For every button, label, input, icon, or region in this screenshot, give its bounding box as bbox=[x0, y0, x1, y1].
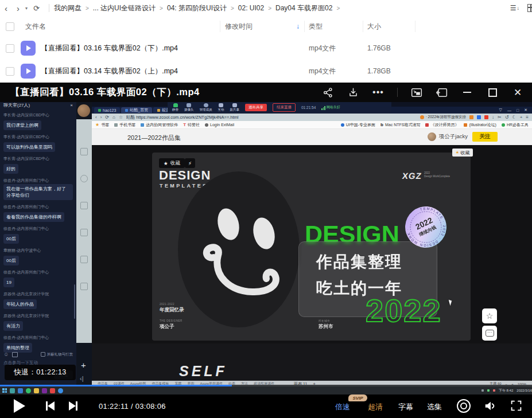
row-checkbox[interactable] bbox=[6, 44, 14, 53]
column-type[interactable]: 类型 bbox=[309, 22, 323, 32]
bookmark-item: Mac NTFS格式读写 bbox=[385, 122, 420, 128]
taskbar-app-icon bbox=[26, 388, 31, 393]
chat-message: 李长青-达内深圳CBD中心我们课堂上的啊 bbox=[3, 112, 73, 130]
poster-meta: 2021-2022年度回忆录 bbox=[160, 303, 184, 314]
bookmark-favicon bbox=[114, 123, 118, 127]
column-size[interactable]: 大小 bbox=[367, 22, 381, 32]
signal-icon bbox=[321, 106, 325, 110]
table-row[interactable]: 【直播回看】03.14 车载界面02（上）.mp4 mp4文件 1.78GB bbox=[0, 60, 532, 83]
browser-refresh-icon: ⟳ bbox=[105, 115, 109, 120]
star-icon bbox=[80, 175, 88, 182]
top-toolbar: ‹ › ▾ ⟳ 我的网盘 > ... 达内UI全链路设计 > 04: 第四阶段U… bbox=[0, 0, 532, 17]
download-icon[interactable] bbox=[347, 87, 359, 98]
xgz-logo: XGZ bbox=[402, 171, 422, 181]
chat-message: 原器侠-达内北京设计学院年轻人的作品 bbox=[3, 291, 73, 309]
share-screen-icon bbox=[232, 103, 237, 107]
poster-meta: 所在城市苏州市 bbox=[319, 319, 333, 330]
holo-badge: TEMPLATE · 2022 · DESIGN WORK · 2022 继续向… bbox=[404, 205, 448, 249]
comment-bubble-icon: ⋯ bbox=[486, 330, 494, 337]
browser-minimize-icon: — bbox=[507, 108, 511, 112]
chat-message: 徐盈丹-达内苏州南门中心看看我的作品集做的咋样啊 bbox=[3, 204, 73, 222]
next-button[interactable] bbox=[69, 401, 77, 411]
refresh-icon[interactable]: ⟳ bbox=[29, 5, 44, 12]
mute-button: 静音 bbox=[172, 103, 178, 112]
column-divider bbox=[220, 21, 220, 32]
player-controls: 01:22:11 / 03:08:06 SVIP 倍速 超清 字幕 选集 bbox=[0, 394, 532, 418]
bookmark-item: Login ExtMail bbox=[210, 123, 234, 127]
quality-button[interactable]: 超清 bbox=[368, 402, 383, 412]
bookmark-item: 达内协同管理软件 bbox=[146, 122, 178, 128]
sort-icon[interactable]: ☰↓ bbox=[510, 4, 519, 12]
forward-icon[interactable]: › bbox=[12, 4, 24, 13]
camera-button: 摄像头 bbox=[184, 103, 194, 112]
night-mode-icon: ☾ bbox=[512, 115, 516, 120]
tray-icon bbox=[487, 389, 490, 392]
select-all-checkbox[interactable] bbox=[6, 22, 14, 31]
taskbar-app-icon bbox=[50, 388, 55, 393]
column-name[interactable]: 文件名 bbox=[25, 22, 46, 32]
minimize-icon[interactable] bbox=[461, 87, 473, 98]
zcool-page-header: 2021—2022作品集 项公子jacky 关注 bbox=[92, 129, 532, 145]
play-button[interactable] bbox=[14, 399, 25, 413]
recorded-side-strip bbox=[76, 101, 92, 386]
seekbar-fill bbox=[0, 385, 232, 386]
record-icon[interactable] bbox=[457, 399, 471, 413]
browser-close-icon: ✕ bbox=[524, 108, 527, 112]
file-name[interactable]: 【直播回看】03.14 车载界面02（上）.mp4 bbox=[41, 67, 178, 76]
fullscreen-icon[interactable] bbox=[510, 400, 522, 414]
picture-in-picture-icon[interactable] bbox=[410, 87, 423, 98]
view-grid-icon[interactable] bbox=[527, 4, 532, 12]
browser-navbar: ‹ › ⟳ ⌂ ☆ 站酷 https://www.zcool.com.cn/wo… bbox=[92, 114, 532, 121]
breadcrumb-item[interactable]: Day04 车载界面02 bbox=[275, 3, 332, 13]
row-checkbox[interactable] bbox=[6, 67, 14, 76]
divider bbox=[397, 88, 398, 97]
chat-message-list: 李长青-达内深圳CBD中心我们课堂上的啊 李长青-达内深圳CBD中心可以放到作品… bbox=[0, 109, 76, 353]
cart-icon bbox=[80, 148, 88, 155]
sort-desc-icon[interactable]: ↓ bbox=[296, 22, 300, 30]
breadcrumb-item[interactable]: 02: UI02 bbox=[238, 4, 264, 12]
breadcrumb-item[interactable]: 04: 第四阶段UI设计 bbox=[167, 3, 227, 13]
block-gifts-checkbox bbox=[41, 352, 45, 357]
subtitle-button[interactable]: 字幕 bbox=[398, 402, 413, 412]
previous-button[interactable] bbox=[46, 401, 55, 411]
network-status: 网络良好 bbox=[321, 105, 340, 110]
bookmarks-bar: ★书签 手机书签 达内协同管理软件 T特赞社 Login ExtMail UI中… bbox=[92, 121, 532, 129]
bookmark-favicon bbox=[464, 123, 467, 127]
poster-zone: ★收藏 ⚡ DESIGN TEMPLATES DESIGN 作品集整理 吃土的一… bbox=[92, 145, 532, 343]
video-file-icon bbox=[21, 41, 36, 56]
breadcrumb-item[interactable]: ... 达内UI全链路设计 bbox=[93, 3, 156, 13]
grid-tool-icon bbox=[80, 283, 88, 290]
bookmark-favicon bbox=[425, 123, 429, 127]
seek-toast: 快退：01:22:13 bbox=[5, 365, 76, 380]
chat-message: 李长青-达内深圳CBD中心好的 bbox=[3, 156, 73, 174]
suggest-icon bbox=[420, 115, 424, 119]
volume-icon[interactable] bbox=[484, 400, 496, 415]
bookmark-item: 手机书签 bbox=[119, 122, 135, 128]
close-icon[interactable]: ✕ bbox=[511, 87, 524, 98]
breadcrumb-item[interactable]: 我的网盘 bbox=[54, 3, 81, 13]
bookmark-star-icon: ☆ bbox=[119, 115, 123, 120]
speed-button[interactable]: 倍速 bbox=[335, 402, 350, 412]
file-name[interactable]: 【直播回看】03.16 车载界面02（下）.mp4 bbox=[41, 44, 178, 53]
table-row[interactable]: 【直播回看】03.16 车载界面02（下）.mp4 mp4文件 1.76GB bbox=[0, 37, 532, 60]
episodes-button[interactable]: 选集 bbox=[427, 402, 442, 412]
back-icon[interactable]: ‹ bbox=[0, 4, 12, 13]
more-icon[interactable]: ••• bbox=[372, 87, 385, 98]
bookmark-item: (Illustrator论坛) bbox=[469, 122, 496, 128]
extension-icon bbox=[477, 115, 481, 119]
download-tool-icon: ↓ bbox=[492, 115, 494, 120]
browser-tab: 站酷_首页 bbox=[130, 107, 148, 113]
browser-back-icon: ‹ bbox=[95, 115, 97, 120]
seekbar[interactable] bbox=[0, 385, 532, 386]
maximize-icon[interactable] bbox=[486, 87, 499, 98]
breadcrumb-sep: > bbox=[160, 5, 163, 11]
column-modified[interactable]: 修改时间 bbox=[225, 22, 253, 32]
author-avatar bbox=[428, 132, 436, 141]
taskbar-app-icon bbox=[18, 388, 23, 393]
share-icon[interactable] bbox=[321, 87, 334, 98]
mini-player-icon[interactable] bbox=[436, 87, 448, 98]
chat-toolbar: ☺ 屏蔽礼物与打赏 bbox=[0, 350, 76, 359]
meeting-toolbar: 静音 摄像头 管理成员 互动 新共享 退出共享 结束直播 01:21:54 网络… bbox=[168, 101, 391, 114]
undo-tool-icon: ↺ bbox=[505, 115, 509, 120]
history-caret-icon[interactable]: ▾ bbox=[24, 6, 29, 11]
